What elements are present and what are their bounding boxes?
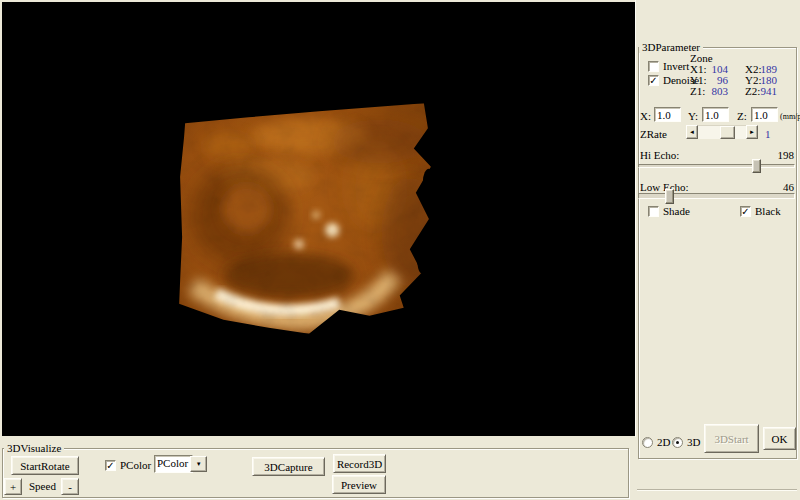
denoise-checkbox-box[interactable]: ✓ [648,75,659,86]
black-checkbox-box[interactable]: ✓ [740,206,751,217]
ultrasound-3d-render[interactable] [168,86,440,348]
invert-checkbox-box[interactable] [648,61,659,72]
hi-echo-slider[interactable] [638,164,795,168]
zrate-label: ZRate [640,128,667,140]
speed-minus-button[interactable]: - [61,478,79,495]
pcolor-dropdown-value: PColor [155,456,190,472]
preview-button[interactable]: Preview [332,475,386,494]
zone-z2-label: Z2: [745,85,760,97]
visualize-group-title: 3DVisualize [4,442,64,454]
hi-echo-value: 198 [760,149,794,161]
scroll-left-icon[interactable]: ◄ [686,125,698,139]
application-window: 3DParameter Invert ✓ Denoise Zone X1: 10… [0,0,800,500]
low-echo-value: 46 [760,181,794,193]
pcolor-dropdown[interactable]: PColor ▼ [154,455,193,473]
mode-3d-radio[interactable]: 3D [672,436,700,448]
pcolor-checkbox-box[interactable]: ✓ [105,460,116,471]
low-echo-slider[interactable] [638,193,795,199]
panel-separator [635,0,636,437]
hi-echo-thumb[interactable] [752,159,761,173]
ok-button[interactable]: OK [763,427,796,450]
3dstart-button[interactable]: 3DStart [704,424,759,453]
zrate-value: 1 [765,128,771,140]
scale-y-label: Y: [688,110,698,122]
scale-y-input[interactable] [702,107,729,122]
start-rotate-button[interactable]: StartRotate [11,456,79,475]
shade-checkbox-label: Shade [663,205,690,217]
scale-x-label: X: [640,110,651,122]
mode-2d-radio-circle[interactable] [642,437,653,448]
scale-z-label: Z: [737,110,747,122]
zone-z2-value: 941 [760,85,777,97]
zone-z1-label: Z1: [690,85,705,97]
mode-2d-radio[interactable]: 2D [642,436,670,448]
scale-unit-label: (mm/p) [780,111,800,123]
black-checkbox-label: Black [755,205,781,217]
invert-checkbox[interactable]: Invert [648,60,689,72]
zone-z1-value: 803 [708,85,728,97]
dropdown-arrow-icon[interactable]: ▼ [190,456,207,472]
zrate-thumb[interactable] [720,126,735,139]
scroll-right-icon[interactable]: ► [746,125,758,139]
pcolor-checkbox[interactable]: ✓ PColor [105,459,151,471]
right-panel-bottom-divider [637,489,797,490]
scale-z-input[interactable] [751,107,778,122]
shade-checkbox[interactable]: Shade [648,205,690,217]
zrate-track[interactable] [698,125,746,139]
zrate-scrollbar[interactable]: ◄ ► [686,125,758,139]
mode-3d-radio-circle[interactable] [672,437,683,448]
speed-label: Speed [29,480,56,492]
zone-row-z: Z1: 803 Z2: 941 [690,85,790,97]
record3d-button[interactable]: Record3D [333,454,386,473]
black-checkbox[interactable]: ✓ Black [740,205,781,217]
speed-plus-button[interactable]: + [4,478,22,495]
scale-x-input[interactable] [654,107,681,122]
mode-3d-radio-label: 3D [687,436,700,448]
hi-echo-label: Hi Echo: [640,149,679,161]
invert-checkbox-label: Invert [663,60,689,72]
mode-2d-radio-label: 2D [657,436,670,448]
low-echo-thumb[interactable] [665,189,674,204]
pcolor-checkbox-label: PColor [120,459,151,471]
shade-checkbox-box[interactable] [648,206,659,217]
3dcapture-button[interactable]: 3DCapture [252,457,325,476]
